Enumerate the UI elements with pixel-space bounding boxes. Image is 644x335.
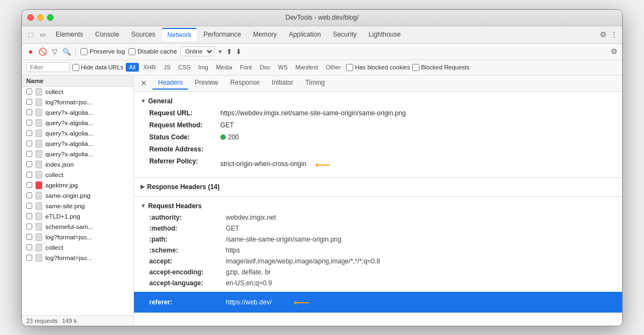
clear-button[interactable]: 🚫 <box>38 47 47 56</box>
list-item[interactable]: collect <box>22 243 133 253</box>
list-item[interactable]: log?format=jso... <box>22 232 133 243</box>
tab-performance[interactable]: Performance <box>198 28 247 40</box>
main-tab-bar: ⬚ ▭ Elements Console Sources Network Per… <box>22 26 622 44</box>
list-item[interactable]: agektmr.jpg <box>22 180 133 191</box>
detail-content: ▼ General Request URL: https://webdev.im… <box>134 92 622 326</box>
separator-1 <box>75 47 76 56</box>
sidebar-header: Name <box>22 75 133 87</box>
req-header-accept-encoding: accept-encoding: gzip, deflate, br <box>140 267 616 278</box>
filter-type-font[interactable]: Font <box>237 63 255 72</box>
remote-address-row: Remote Address: <box>140 143 616 155</box>
tab-headers[interactable]: Headers <box>153 77 188 90</box>
list-item[interactable]: query?x-algolia... <box>22 108 133 118</box>
tab-sources[interactable]: Sources <box>126 28 161 40</box>
list-item[interactable]: schemeful-sam... <box>22 222 133 232</box>
more-icon[interactable]: ⋮ <box>610 30 618 39</box>
throttle-select[interactable]: Online <box>180 46 214 56</box>
list-item[interactable]: collect <box>22 87 133 97</box>
list-item[interactable]: query?x-algolia... <box>22 139 133 149</box>
tab-response[interactable]: Response <box>225 77 265 90</box>
req-header-accept: accept: image/avif,image/webp,image/apng… <box>140 256 616 267</box>
list-item[interactable]: same-origin.png <box>22 191 133 201</box>
response-headers-header[interactable]: ▶ Response Headers (14) <box>140 181 616 193</box>
has-blocked-cookies-checkbox[interactable]: Has blocked cookies <box>346 64 410 71</box>
filter-type-css[interactable]: CSS <box>175 63 194 72</box>
list-item[interactable]: query?x-algolia... <box>22 128 133 139</box>
filter-type-ws[interactable]: WS <box>274 63 291 72</box>
close-button[interactable] <box>27 14 34 21</box>
filter-input[interactable] <box>26 62 70 72</box>
close-detail-button[interactable]: ✕ <box>138 78 149 89</box>
req-header-authority: :authority: webdev.imgix.net <box>140 212 616 223</box>
referer-row-highlighted[interactable]: referer: https://web.dev/ ⟵ <box>134 292 622 313</box>
request-headers-header[interactable]: ▼ Request Headers <box>140 200 616 212</box>
file-icon <box>36 150 42 158</box>
disable-cache-checkbox[interactable]: Disable cache <box>128 48 177 55</box>
list-item[interactable]: log?format=jso... <box>22 253 133 263</box>
network-settings-icon[interactable]: ⚙ <box>611 47 618 56</box>
search-button[interactable]: 🔍 <box>62 47 71 56</box>
file-icon <box>36 119 42 127</box>
filter-type-js[interactable]: JS <box>160 63 174 72</box>
request-method-row: Request Method: GET <box>140 119 616 131</box>
upload-icon[interactable]: ⬆ <box>226 48 232 56</box>
list-item[interactable]: query?x-algolia... <box>22 118 133 128</box>
detail-panel: ✕ Headers Preview Response Initiator Tim… <box>134 75 622 326</box>
title-bar: DevTools - web.dev/blog/ <box>22 10 622 26</box>
file-icon <box>36 98 42 106</box>
tab-application[interactable]: Application <box>283 28 326 40</box>
tab-initiator[interactable]: Initiator <box>266 77 298 90</box>
download-icon[interactable]: ⬇ <box>236 48 242 56</box>
filter-type-media[interactable]: Media <box>213 63 236 72</box>
collapse-arrow: ▼ <box>140 98 146 104</box>
status-code-label: Status Code: <box>149 132 220 142</box>
preserve-log-checkbox[interactable]: Preserve log <box>80 48 125 55</box>
referer-label: referer: <box>149 297 226 307</box>
list-item[interactable]: collect <box>22 170 133 180</box>
filter-type-xhr[interactable]: XHR <box>140 63 159 72</box>
file-icon <box>36 202 42 210</box>
image-file-icon <box>36 181 42 189</box>
status-indicator <box>220 134 226 140</box>
req-header-accept-language: accept-language: en-US,en;q=0.9 <box>140 278 616 289</box>
filter-type-manifest[interactable]: Manifest <box>292 63 321 72</box>
list-item[interactable]: index.json <box>22 160 133 170</box>
tab-network[interactable]: Network <box>162 28 197 41</box>
file-icon <box>36 171 42 179</box>
file-icon <box>36 213 42 220</box>
settings-icon[interactable]: ⚙ <box>600 30 607 39</box>
general-section: ▼ General Request URL: https://webdev.im… <box>134 92 622 177</box>
minimize-button[interactable] <box>37 14 44 21</box>
tab-security[interactable]: Security <box>327 28 362 40</box>
tab-lighthouse[interactable]: Lighthouse <box>363 28 406 40</box>
detail-tab-bar: ✕ Headers Preview Response Initiator Tim… <box>134 75 622 92</box>
filter-types: All XHR JS CSS Img Media Font Doc WS Man… <box>126 63 344 72</box>
list-item[interactable]: query?x-algolia... <box>22 149 133 160</box>
tab-timing[interactable]: Timing <box>300 77 330 90</box>
filter-type-all[interactable]: All <box>126 63 139 72</box>
file-icon <box>36 161 42 168</box>
status-bar: 23 requests 149 k <box>22 315 133 326</box>
request-url-label: Request URL: <box>149 108 220 118</box>
cursor-icon: ⬚ <box>26 30 35 39</box>
list-item[interactable]: log?format=jso... <box>22 97 133 108</box>
blocked-requests-checkbox[interactable]: Blocked Requests <box>412 64 470 71</box>
tab-console[interactable]: Console <box>90 28 125 40</box>
filter-type-doc[interactable]: Doc <box>256 63 274 72</box>
tab-memory[interactable]: Memory <box>248 28 282 40</box>
tab-elements[interactable]: Elements <box>50 28 89 40</box>
record-button[interactable]: ● <box>26 47 35 56</box>
filter-bar: Hide data URLs All XHR JS CSS Img Media … <box>22 60 622 75</box>
hide-data-urls-checkbox[interactable]: Hide data URLs <box>72 64 124 71</box>
collapse-arrow: ▶ <box>140 184 145 190</box>
response-headers-section: ▶ Response Headers (14) <box>134 178 622 196</box>
maximize-button[interactable] <box>47 14 54 21</box>
general-section-header[interactable]: ▼ General <box>140 95 616 107</box>
response-headers-title: Response Headers (14) <box>147 183 220 191</box>
tab-preview[interactable]: Preview <box>189 77 224 90</box>
filter-type-img[interactable]: Img <box>195 63 212 72</box>
list-item[interactable]: same-site.png <box>22 201 133 211</box>
list-item[interactable]: eTLD+1.png <box>22 211 133 222</box>
filter-type-other[interactable]: Other <box>323 63 344 72</box>
filter-button[interactable]: ▽ <box>50 47 59 56</box>
